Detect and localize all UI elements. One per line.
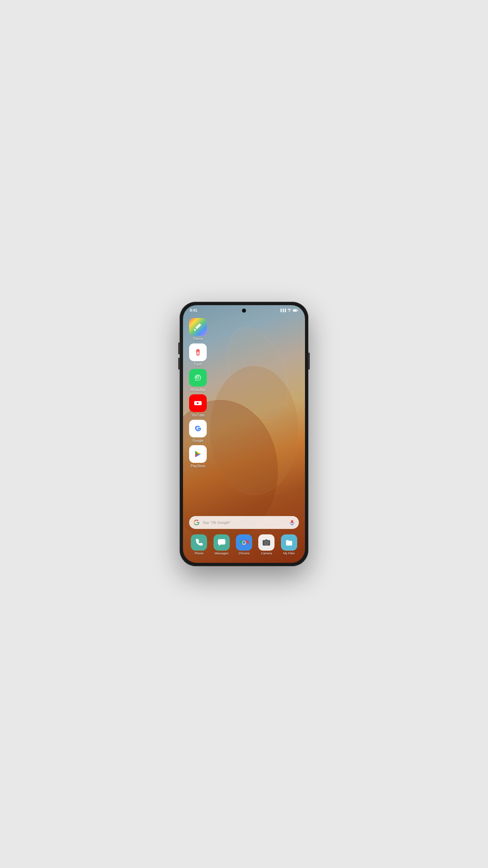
google-label: Google	[192, 439, 203, 442]
battery-icon	[293, 309, 298, 312]
trash-label: Trash	[194, 362, 202, 366]
svg-point-30	[242, 541, 245, 544]
svg-rect-2	[298, 310, 298, 311]
google-search-logo	[193, 519, 200, 526]
playstore-label: PlayStore	[190, 464, 205, 468]
messages-dock-icon	[214, 534, 230, 551]
whatsapp-icon	[189, 369, 207, 387]
front-camera	[242, 309, 246, 313]
chrome-dock-label: Chrome	[239, 552, 249, 555]
search-placeholder: Say "Ok Google"	[203, 520, 289, 525]
chrome-dock-icon	[236, 534, 252, 551]
myfiles-dock-icon	[281, 534, 297, 551]
phone-dock-label: Phone	[195, 552, 203, 555]
theme-label: Theme	[192, 337, 203, 341]
status-time: 9:41	[190, 308, 197, 312]
dock-item-camera[interactable]: Camera	[258, 534, 274, 555]
app-item-google[interactable]: G Google	[189, 420, 207, 442]
theme-icon	[189, 318, 207, 336]
power-button[interactable]	[308, 353, 310, 370]
google-icon: G	[189, 420, 207, 437]
volume-up-button[interactable]	[178, 342, 180, 354]
search-bar[interactable]: Say "Ok Google"	[189, 516, 299, 529]
svg-rect-7	[197, 349, 199, 350]
youtube-icon	[189, 394, 207, 412]
app-list: Theme Trash	[189, 318, 207, 471]
camera-dock-label: Camera	[261, 552, 272, 555]
app-item-trash[interactable]: Trash	[189, 343, 207, 366]
svg-rect-21	[291, 520, 293, 523]
app-item-theme[interactable]: Theme	[189, 318, 207, 341]
svg-rect-1	[293, 310, 297, 311]
youtube-label: YouTube	[191, 413, 204, 417]
signal-icon: ▐▐▐	[280, 309, 286, 312]
dock-item-messages[interactable]: Messages	[214, 534, 230, 555]
svg-rect-24	[218, 539, 225, 545]
mic-icon	[289, 520, 295, 525]
volume-down-button[interactable]	[178, 358, 180, 370]
trash-icon	[189, 343, 207, 361]
app-item-playstore[interactable]: PlayStore	[189, 445, 207, 468]
myfiles-dock-label: My Files	[283, 552, 295, 555]
whatsapp-label: WhatsApp	[190, 388, 206, 392]
phone-dock-icon	[191, 534, 207, 551]
app-item-youtube[interactable]: YouTube	[189, 394, 207, 417]
dock-item-chrome[interactable]: Chrome	[236, 534, 252, 555]
wifi-icon	[287, 309, 291, 312]
svg-point-34	[268, 540, 269, 541]
phone-outer: 9:41 ▐▐▐	[180, 302, 308, 566]
status-icons: ▐▐▐	[280, 309, 298, 312]
dock: Phone Messages	[188, 531, 300, 558]
svg-rect-6	[196, 350, 200, 351]
messages-dock-label: Messages	[215, 552, 228, 555]
dock-item-phone[interactable]: Phone	[191, 534, 207, 555]
svg-point-4	[194, 329, 196, 331]
svg-marker-25	[218, 545, 221, 546]
dock-item-myfiles[interactable]: My Files	[281, 534, 297, 555]
playstore-icon	[189, 445, 207, 463]
camera-dock-icon	[258, 534, 274, 551]
app-item-whatsapp[interactable]: WhatsApp	[189, 369, 207, 392]
phone-screen: 9:41 ▐▐▐	[183, 305, 305, 563]
